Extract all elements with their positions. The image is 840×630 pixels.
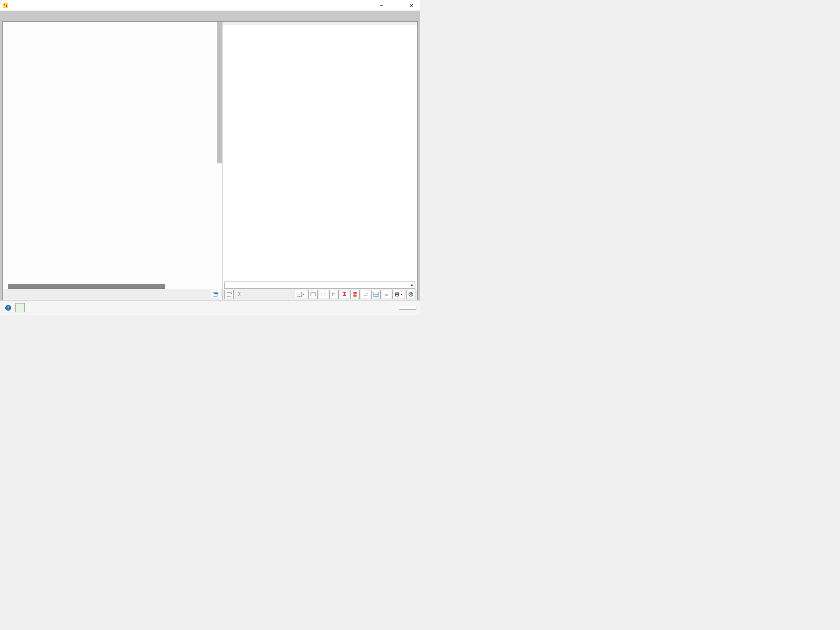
axes-sc-button[interactable]: sc xyxy=(330,290,339,299)
display-dropdown[interactable]: ▾ xyxy=(224,281,415,289)
svg-rect-0 xyxy=(3,3,8,8)
chevron-down-icon: ▾ xyxy=(411,283,413,288)
section-drawing xyxy=(223,25,417,280)
close-button[interactable] xyxy=(399,306,416,310)
print-button[interactable]: ▼ xyxy=(392,290,405,299)
numbering-button[interactable]: 1 2 3 xyxy=(361,290,370,299)
svg-rect-22 xyxy=(343,295,346,296)
svg-text:sc: sc xyxy=(333,293,335,295)
svg-text:100: 100 xyxy=(311,293,315,296)
properties-grid-wrap xyxy=(3,22,222,289)
reset-button[interactable] xyxy=(406,290,415,299)
properties-pane xyxy=(3,22,223,300)
svg-text:1 2 3: 1 2 3 xyxy=(363,292,368,294)
grid-button[interactable] xyxy=(371,290,381,299)
properties-scroll[interactable] xyxy=(3,22,222,283)
preview-pane: ▾ Σ ▼ 100 z sc 1 2 3 ▼ xyxy=(223,22,417,300)
close-window-button[interactable] xyxy=(404,1,419,11)
window: ▾ Σ ▼ 100 z sc 1 2 3 ▼ xyxy=(0,0,420,315)
svg-rect-9 xyxy=(227,292,231,296)
help-button[interactable]: ? xyxy=(4,303,13,313)
svg-rect-2 xyxy=(6,5,7,7)
svg-text:?: ? xyxy=(7,305,9,310)
svg-rect-25 xyxy=(354,295,357,296)
content-frame: ▾ Σ ▼ 100 z sc 1 2 3 ▼ xyxy=(0,11,420,300)
section-red-button[interactable] xyxy=(340,290,349,299)
svg-line-11 xyxy=(297,292,302,296)
export-button[interactable] xyxy=(211,290,220,299)
svg-rect-4 xyxy=(395,4,398,7)
dialog-footer: ? xyxy=(0,300,420,315)
view-mode-button[interactable]: ▼ xyxy=(295,290,307,299)
content-split: ▾ Σ ▼ 100 z sc 1 2 3 ▼ xyxy=(2,21,418,300)
section-outline-button[interactable] xyxy=(351,290,360,299)
svg-text:z: z xyxy=(324,292,325,294)
svg-rect-35 xyxy=(396,292,398,294)
list-button[interactable] xyxy=(382,290,391,299)
svg-rect-36 xyxy=(396,295,398,296)
values-view-button[interactable]: 100 xyxy=(308,290,317,299)
title-bar xyxy=(0,0,420,11)
decimals-button[interactable] xyxy=(16,303,25,313)
horizontal-scrollbar[interactable] xyxy=(8,284,165,289)
app-icon xyxy=(3,3,8,8)
axes-z-button[interactable]: z xyxy=(319,290,328,299)
dimensions-toggle-button[interactable] xyxy=(224,290,234,299)
svg-rect-1 xyxy=(4,4,5,5)
right-toolbar: Σ ▼ 100 z sc 1 2 3 ▼ xyxy=(223,289,417,300)
tab-bar xyxy=(2,13,418,21)
preview-header xyxy=(223,22,417,25)
sigma-button[interactable]: Σ xyxy=(235,290,244,299)
section-canvas[interactable] xyxy=(223,25,417,280)
minimize-button[interactable] xyxy=(374,1,389,11)
svg-rect-24 xyxy=(354,292,356,296)
vertical-scrollbar[interactable] xyxy=(217,22,222,163)
left-toolbar xyxy=(3,289,222,300)
maximize-button[interactable] xyxy=(389,1,404,11)
svg-rect-8 xyxy=(214,293,216,294)
